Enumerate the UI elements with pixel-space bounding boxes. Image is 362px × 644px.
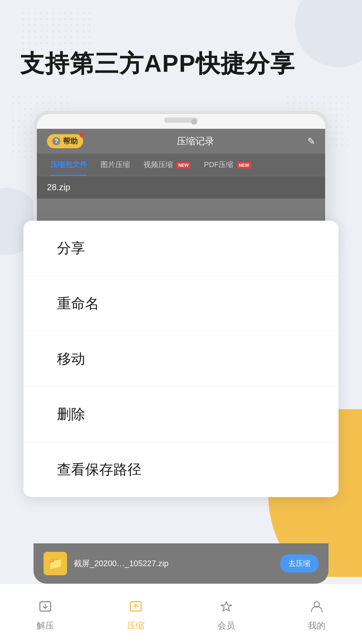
nav-decompress-label: 解压 [37,620,54,632]
tab-zip-files-label: 压缩包文件 [50,160,87,169]
menu-item-share[interactable]: 分享 [23,221,339,276]
menu-item-rename[interactable]: 重命名 [23,276,339,331]
nav-item-compress[interactable]: 压缩 [90,596,181,632]
tab-image-compress[interactable]: 图片压缩 [94,154,137,176]
file-icon: 📁 [44,552,67,575]
phone-camera [191,119,197,125]
tab-pdf-compress-label: PDF压缩 [204,160,233,169]
file-name: 截屏_20200…_105227.zip [74,558,274,569]
decompress-icon [35,596,55,616]
help-button[interactable]: ? 帮助 [47,134,83,148]
help-icon: ? [52,137,60,145]
member-icon [216,596,236,616]
tab-image-compress-label: 图片压缩 [101,160,130,169]
tab-video-badge: New [176,162,190,168]
tab-pdf-compress[interactable]: PDF压缩 New [197,154,257,176]
menu-item-view-path[interactable]: 查看保存路径 [23,442,339,497]
help-label: 帮助 [63,136,78,146]
bottom-file-bar: 📁 截屏_20200…_105227.zip 去压缩 [34,543,328,584]
menu-item-move[interactable]: 移动 [23,331,339,387]
file-preview-row: 28.zip [37,176,325,199]
nav-item-member[interactable]: 会员 [181,596,272,632]
nav-compress-label: 压缩 [127,620,144,632]
bottom-nav: 解压 压缩 会员 我的 [0,584,362,644]
tab-video-compress[interactable]: 视频压缩 New [137,154,197,176]
tab-pdf-badge: New [237,162,251,168]
nav-item-decompress[interactable]: 解压 [0,596,90,632]
mine-icon [307,596,327,616]
compress-icon [126,596,146,616]
unzip-button[interactable]: 去压缩 [280,554,318,573]
context-menu: 分享 重命名 移动 删除 查看保存路径 [23,221,339,497]
app-header-title: 压缩记录 [177,135,214,148]
edit-icon[interactable]: ✎ [307,136,315,147]
app-header: ? 帮助 压缩记录 ✎ [37,129,325,154]
nav-item-mine[interactable]: 我的 [272,596,362,632]
app-tabs: 压缩包文件 图片压缩 视频压缩 New PDF压缩 New [37,154,325,176]
file-info: 截屏_20200…_105227.zip [74,558,274,569]
help-notification-dot [80,133,84,138]
nav-mine-label: 我的 [308,620,325,632]
tab-zip-files[interactable]: 压缩包文件 [44,154,94,176]
main-title: 支持第三方APP快捷分享 [20,50,342,77]
file-preview-name: 28.zip [47,182,70,192]
nav-member-label: 会员 [218,620,235,632]
menu-item-delete[interactable]: 删除 [23,387,339,442]
tab-video-compress-label: 视频压缩 [143,160,173,169]
bg-dots-topleft [20,10,94,50]
